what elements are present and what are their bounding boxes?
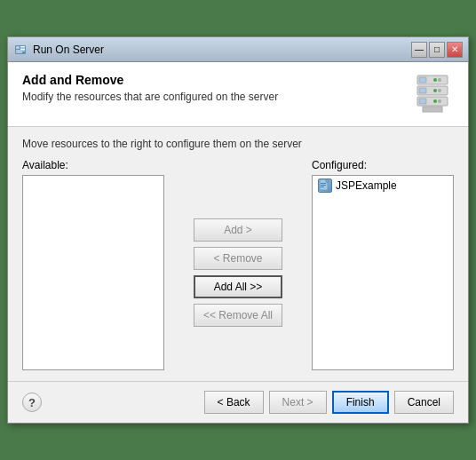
dialog-body: Move resources to the right to configure… xyxy=(8,127,468,381)
svg-rect-21 xyxy=(326,179,329,182)
minimize-button[interactable]: — xyxy=(411,42,427,58)
svg-point-13 xyxy=(438,89,441,92)
resources-area: Add > < Remove Add All >> << Remove All xyxy=(22,175,454,370)
help-button[interactable]: ? xyxy=(22,393,42,412)
configured-list[interactable]: JSPExample xyxy=(312,175,454,370)
finish-button[interactable]: Finish xyxy=(332,391,389,414)
svg-rect-5 xyxy=(16,52,22,52)
instruction-text: Move resources to the right to configure… xyxy=(22,138,454,150)
svg-rect-4 xyxy=(16,50,25,51)
configured-label: Configured: xyxy=(312,159,454,171)
server-header-icon xyxy=(411,73,454,115)
add-all-button[interactable]: Add All >> xyxy=(194,275,282,298)
svg-rect-7 xyxy=(419,77,426,83)
svg-rect-15 xyxy=(419,99,426,104)
svg-rect-24 xyxy=(321,186,324,187)
next-button[interactable]: Next > xyxy=(269,391,327,414)
header-title: Add and Remove xyxy=(22,73,278,87)
svg-point-8 xyxy=(433,78,437,82)
back-button[interactable]: < Back xyxy=(204,391,264,414)
bottom-bar: ? < Back Next > Finish Cancel xyxy=(8,381,468,423)
dialog-window: Run On Server — □ ✕ Add and Remove Modif… xyxy=(7,36,469,424)
svg-rect-11 xyxy=(419,88,426,93)
svg-rect-18 xyxy=(423,107,442,112)
svg-point-12 xyxy=(433,89,437,92)
svg-rect-23 xyxy=(321,185,326,186)
cancel-button[interactable]: Cancel xyxy=(394,391,454,414)
middle-buttons: Add > < Remove Add All >> << Remove All xyxy=(164,175,312,370)
svg-point-17 xyxy=(438,99,441,103)
svg-rect-3 xyxy=(20,48,25,50)
add-button[interactable]: Add > xyxy=(194,218,282,242)
configured-item-jspexample[interactable]: JSPExample xyxy=(313,176,453,195)
remove-button[interactable]: < Remove xyxy=(194,247,282,270)
svg-rect-2 xyxy=(20,46,25,48)
remove-all-button[interactable]: << Remove All xyxy=(194,304,282,327)
available-list[interactable] xyxy=(22,175,164,370)
svg-rect-1 xyxy=(16,46,20,49)
dialog-header: Add and Remove Modify the resources that… xyxy=(8,62,468,127)
bottom-left: ? xyxy=(22,393,42,412)
bottom-buttons: < Back Next > Finish Cancel xyxy=(204,391,454,414)
header-text: Add and Remove Modify the resources that… xyxy=(22,73,278,103)
close-button[interactable]: ✕ xyxy=(447,42,463,58)
window-controls: — □ ✕ xyxy=(411,42,463,58)
svg-rect-22 xyxy=(321,183,326,184)
panel-labels: Available: Configured: xyxy=(22,159,454,171)
maximize-button[interactable]: □ xyxy=(429,42,445,58)
header-subtitle: Modify the resources that are configured… xyxy=(22,91,278,103)
svg-point-16 xyxy=(433,99,437,103)
configured-item-label: JSPExample xyxy=(336,179,397,192)
window-icon xyxy=(13,43,28,57)
jsp-file-icon xyxy=(318,178,332,193)
available-label: Available: xyxy=(22,159,68,171)
title-bar: Run On Server — □ ✕ xyxy=(8,37,468,62)
window-title: Run On Server xyxy=(33,44,411,56)
svg-point-9 xyxy=(438,78,441,82)
